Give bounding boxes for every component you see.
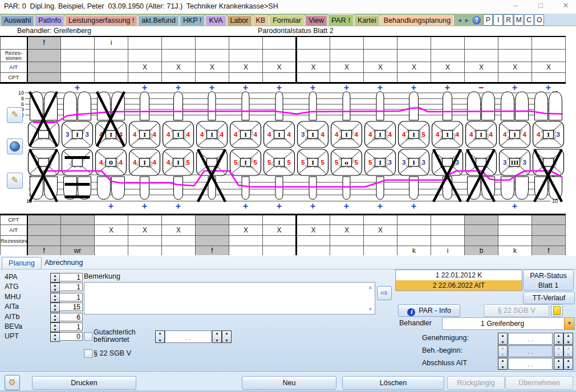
status-cell[interactable] (498, 236, 532, 246)
date-month-spinner[interactable]: ▲▼ (563, 358, 573, 370)
status-cell[interactable]: X (229, 62, 263, 72)
edit-upper-button[interactable]: ✎ (7, 107, 23, 123)
status-cell[interactable] (61, 72, 95, 83)
status-cell[interactable]: X (297, 62, 330, 72)
tab-patinfo[interactable]: PatInfo (35, 15, 64, 26)
status-cell[interactable] (364, 36, 397, 49)
date-day-spinner[interactable]: ▲▼ (554, 345, 563, 357)
gutachten-date-spinner[interactable]: ▲▼ (155, 330, 165, 343)
date-spinner[interactable]: ▲▼ (498, 333, 508, 345)
status-cell[interactable] (330, 72, 364, 83)
status-cell[interactable] (27, 49, 61, 62)
status-cell[interactable] (95, 215, 128, 225)
status-cell[interactable] (95, 72, 128, 83)
history-item[interactable]: 2 22.06.2022 AIT (396, 280, 522, 291)
maximize-icon[interactable]: □ (536, 1, 545, 10)
status-cell[interactable] (263, 36, 297, 49)
status-cell[interactable] (162, 236, 196, 246)
quick-button-o[interactable]: O (534, 14, 544, 26)
transfer-remark-button[interactable]: ⇨ (377, 286, 392, 300)
status-cell[interactable] (95, 62, 128, 72)
quick-button-r[interactable]: R (504, 14, 513, 26)
status-cell[interactable] (162, 72, 196, 83)
status-cell[interactable]: X (162, 62, 196, 72)
status-cell[interactable] (196, 72, 229, 83)
status-cell[interactable] (498, 36, 532, 49)
behandler-dropdown[interactable]: 1 Greifenberg ▼ (442, 317, 575, 330)
edit-lower-button[interactable]: ✎ (7, 173, 23, 189)
status-cell[interactable]: X (128, 225, 162, 236)
status-cell[interactable] (128, 36, 162, 49)
status-cell[interactable] (128, 49, 162, 62)
status-cell[interactable] (397, 72, 431, 83)
status-cell[interactable] (364, 246, 397, 256)
status-cell[interactable] (61, 36, 95, 49)
gutachten-day-spinner[interactable]: ▲▼ (212, 330, 222, 343)
close-icon[interactable]: ✕ (561, 1, 570, 10)
status-cell[interactable] (61, 49, 95, 62)
help-icon[interactable]: ? (472, 16, 481, 24)
status-cell[interactable] (128, 246, 162, 256)
status-cell[interactable] (61, 215, 95, 225)
tab-leistungserfassung[interactable]: Leistungserfassung ! (65, 15, 137, 26)
status-cell[interactable] (297, 236, 330, 246)
spinner-aitb[interactable]: ▲▼ (50, 313, 60, 322)
tab-kb[interactable]: KB (253, 15, 269, 26)
status-cell[interactable] (532, 36, 566, 49)
quick-button-p[interactable]: P (483, 14, 493, 26)
value-upt[interactable]: 0 (59, 332, 83, 341)
gutachten-date-field[interactable]: . . (165, 330, 212, 343)
tab-behandlungsplanung[interactable]: Behandlungsplanung (380, 15, 454, 26)
tooth-44[interactable]: 44I45+ (163, 149, 194, 211)
status-cell[interactable] (128, 236, 162, 246)
tab-scroll-left-icon[interactable]: ◄ (456, 17, 463, 23)
spinner-aita[interactable]: ▲▼ (50, 303, 60, 312)
status-cell[interactable] (330, 246, 364, 256)
tooth-31[interactable]: 31I55+ (298, 149, 328, 211)
status-cell[interactable]: X (162, 225, 196, 236)
quick-button-i[interactable]: I (493, 14, 503, 26)
quick-button-m[interactable]: M (514, 14, 524, 26)
date-field[interactable]: . . (508, 333, 553, 345)
status-cell[interactable] (95, 246, 128, 256)
status-cell[interactable] (431, 236, 465, 246)
status-cell[interactable] (229, 72, 263, 83)
chevron-down-icon[interactable]: ▼ (564, 318, 574, 329)
status-cell[interactable] (95, 236, 128, 246)
status-cell[interactable]: X (95, 225, 128, 236)
status-cell[interactable] (498, 225, 532, 236)
status-cell[interactable] (229, 246, 263, 256)
status-cell[interactable]: X (229, 225, 263, 236)
tooth-41[interactable]: 41I55+ (264, 149, 295, 211)
status-cell[interactable] (364, 236, 397, 246)
tab-kartei[interactable]: Kartei (354, 15, 380, 26)
status-cell[interactable] (465, 215, 498, 225)
status-cell[interactable] (196, 236, 229, 246)
value-atg[interactable]: 1 (59, 283, 83, 291)
tooth-32[interactable]: 32o55+ (331, 149, 362, 211)
bemerkung-textarea[interactable]: ▲ ▼ (84, 282, 375, 315)
date-day-spinner[interactable]: ▲▼ (554, 358, 563, 370)
tab-view[interactable]: View (305, 15, 327, 26)
status-cell[interactable]: X (263, 225, 297, 236)
status-cell[interactable] (229, 215, 263, 225)
tooth-45[interactable]: 45I44+ (129, 149, 160, 211)
status-cell[interactable] (196, 36, 229, 49)
status-cell[interactable] (263, 49, 297, 62)
status-cell[interactable]: X (498, 62, 532, 72)
value-aitb[interactable]: 6 (59, 313, 83, 321)
sgb22-checkbox[interactable] (84, 349, 92, 358)
lschen-button[interactable]: Löschen (342, 376, 444, 390)
status-cell[interactable] (364, 215, 397, 225)
tab-auswahl[interactable]: Auswahl (1, 15, 34, 26)
status-cell[interactable] (532, 225, 566, 236)
par-status-button[interactable]: PAR-Status Blatt 1 (523, 270, 574, 291)
status-cell[interactable] (263, 215, 297, 225)
status-cell[interactable]: X (364, 62, 397, 72)
spinner-beva[interactable]: ▲▼ (50, 322, 60, 332)
status-cell[interactable] (27, 72, 61, 83)
status-cell[interactable] (465, 36, 498, 49)
neu-button[interactable]: Neu (242, 376, 336, 390)
status-cell[interactable] (431, 72, 465, 83)
value-aita[interactable]: 15 (59, 303, 83, 311)
